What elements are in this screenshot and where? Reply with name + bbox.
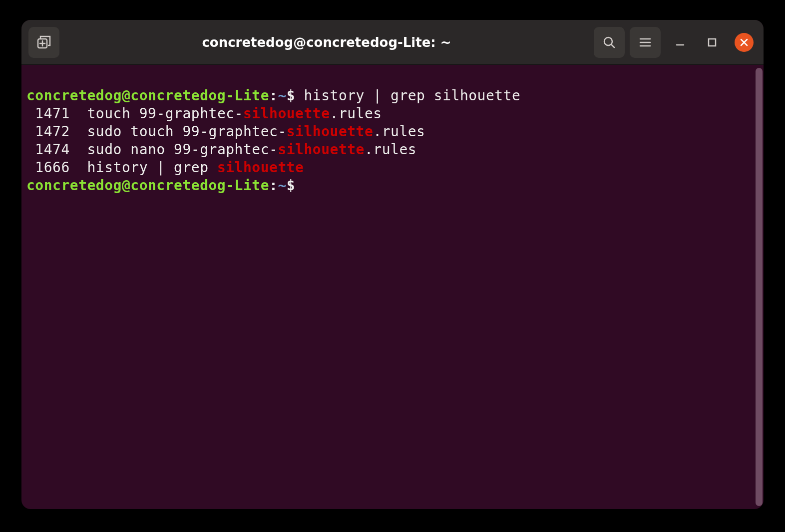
history-line: 1474 sudo nano 99-graphtec-silhouette.ru… xyxy=(26,141,416,158)
command-input-1: history | grep silhouette xyxy=(304,87,520,104)
history-post: .rules xyxy=(365,141,416,158)
history-line: 1472 sudo touch 99-graphtec-silhouette.r… xyxy=(26,123,425,140)
hamburger-icon xyxy=(639,36,652,49)
prompt-colon: : xyxy=(269,87,278,104)
history-pre: touch 99-graphtec- xyxy=(87,105,243,122)
close-icon xyxy=(740,38,749,47)
history-pre: sudo touch 99-graphtec- xyxy=(87,123,287,140)
window-title: concretedog@concretedog-Lite: ~ xyxy=(64,35,589,50)
prompt-user-host: concretedog@concretedog-Lite xyxy=(26,177,269,194)
history-match: silhouette xyxy=(217,159,304,176)
history-line: 1471 touch 99-graphtec-silhouette.rules xyxy=(26,105,382,122)
prompt-colon: : xyxy=(269,177,278,194)
prompt-path: ~ xyxy=(278,177,286,194)
command-text xyxy=(295,87,304,104)
new-tab-icon xyxy=(36,35,51,50)
minimize-icon xyxy=(675,37,685,47)
history-match: silhouette xyxy=(243,105,330,122)
search-icon xyxy=(602,35,616,49)
new-tab-button[interactable] xyxy=(28,27,59,58)
terminal-window: concretedog@concretedog-Lite: ~ xyxy=(21,20,764,509)
terminal-content[interactable]: concretedog@concretedog-Lite:~$ history … xyxy=(21,65,764,509)
history-number: 1474 xyxy=(26,141,87,158)
history-pre: history | grep xyxy=(87,159,217,176)
history-post: .rules xyxy=(373,123,425,140)
history-number: 1666 xyxy=(26,159,87,176)
minimize-button[interactable] xyxy=(671,33,690,52)
search-button[interactable] xyxy=(594,27,625,58)
titlebar: concretedog@concretedog-Lite: ~ xyxy=(21,20,764,65)
history-pre: sudo nano 99-graphtec- xyxy=(87,141,278,158)
svg-rect-7 xyxy=(709,39,716,46)
history-post: .rules xyxy=(330,105,382,122)
prompt-symbol: $ xyxy=(287,87,295,104)
history-match: silhouette xyxy=(278,141,365,158)
history-match: silhouette xyxy=(287,123,374,140)
history-number: 1471 xyxy=(26,105,87,122)
prompt-user-host: concretedog@concretedog-Lite xyxy=(26,87,269,104)
maximize-icon xyxy=(707,37,717,47)
close-button[interactable] xyxy=(735,33,754,52)
maximize-button[interactable] xyxy=(703,33,722,52)
prompt-path: ~ xyxy=(278,87,286,104)
window-controls xyxy=(671,33,754,52)
menu-button[interactable] xyxy=(630,27,661,58)
history-line: 1666 history | grep silhouette xyxy=(26,159,304,176)
history-number: 1472 xyxy=(26,123,87,140)
svg-line-2 xyxy=(611,44,614,47)
prompt-symbol: $ xyxy=(287,177,295,194)
scrollbar[interactable] xyxy=(756,68,763,506)
